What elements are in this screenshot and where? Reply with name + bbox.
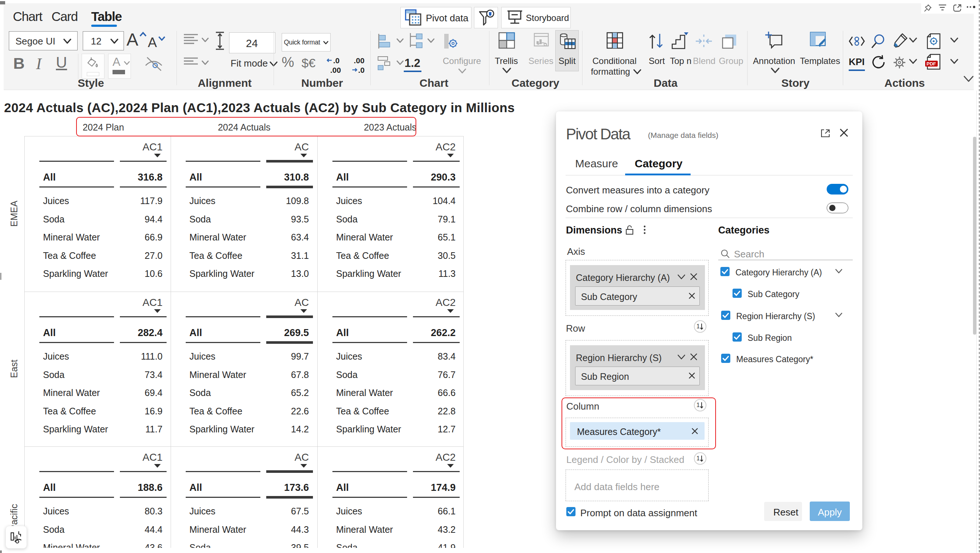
svg-text:1: 1: [697, 402, 700, 408]
svg-text:.0: .0: [333, 56, 340, 65]
svg-text:PDF: PDF: [927, 61, 936, 67]
svg-text:1: 1: [697, 455, 700, 461]
svg-text:.00: .00: [330, 66, 341, 74]
svg-text:1: 1: [697, 323, 700, 329]
svg-text:.0: .0: [358, 66, 365, 74]
